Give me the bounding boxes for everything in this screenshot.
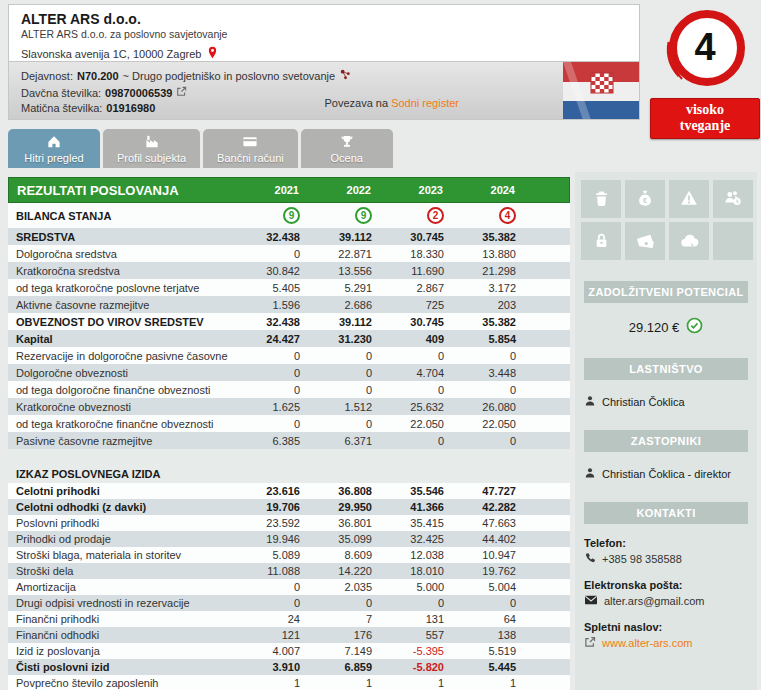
people-clock-button[interactable] [713,180,753,218]
table-row: Rezervacije in dolgoročne pasivne časovn… [8,347,570,364]
risk-level-badge: visoko tveganje [650,98,760,139]
row-value: 0 [374,384,446,396]
row-value: 32.438 [230,316,302,328]
money-bag-button[interactable]: € [625,180,665,218]
row-value: 5.519 [446,645,518,657]
activity-code-icon[interactable] [339,68,352,83]
year-column-header: 2024 [445,184,517,196]
row-value: 4.007 [230,645,302,657]
table-row: OBVEZNOST DO VIROV SREDSTEV32.43839.1123… [8,313,570,330]
table-row: Amortizacija02.0355.0005.004 [8,579,570,595]
row-value: 1.625 [230,401,302,413]
row-label: Celotni odhodki (z davki) [8,501,230,513]
row-value: 22.871 [302,248,374,260]
cloud-button[interactable] [669,222,709,260]
registration-number-label: Matična številka: [21,102,102,114]
table-title: REZULTATI POSLOVANJA [9,183,229,198]
row-value: 3.172 [446,282,518,294]
financial-results-table: REZULTATI POSLOVANJA 2021 2022 2023 2024… [8,177,570,690]
company-registry-bar: Dejavnost: N70.200 ~ Drugo podjetniško i… [9,61,639,119]
table-row: od tega kratkoročne finančne obveznosti0… [8,415,570,432]
row-value: 0 [446,597,518,609]
company-header-card: ALTER ARS d.o.o. ALTER ARS d.o.o. za pos… [8,4,640,120]
person-icon [584,467,596,481]
row-label: Izid iz poslovanja [8,645,230,657]
row-value: 203 [446,299,518,311]
risk-rating: 4 visoko tveganje [650,4,760,139]
registry-link-prefix: Povezava na [324,97,388,109]
trophy-icon [339,134,355,151]
row-value: 0 [302,384,374,396]
row-value: 31.230 [302,333,374,345]
year-column-header: 2023 [373,184,445,196]
row-label: Dolgoročna sredstva [8,248,230,260]
section-title: IZKAZ POSLOVNEGA IZIDA [8,463,570,483]
row-value: -5.395 [374,645,446,657]
representative-entry[interactable]: Christian Čoklica - direktor [584,467,757,481]
balance-score: 9 [355,207,372,224]
tab-hitri-pregled[interactable]: Hitri pregled [8,129,100,168]
row-value: 0 [230,367,302,379]
warning-button[interactable] [669,180,709,218]
row-value: 32.438 [230,231,302,243]
row-value: 47.663 [446,517,518,529]
trash-button[interactable] [581,180,621,218]
row-value: 2.686 [302,299,374,311]
table-row: Povprečno število zaposlenih1111 [8,675,570,690]
court-registry-link[interactable]: Sodni register [391,97,459,109]
year-column-header: 2021 [229,184,301,196]
row-value: 0 [230,597,302,609]
row-value: 0 [230,581,302,593]
row-value: 39.112 [302,316,374,328]
row-label: Aktivne časovne razmejitve [8,299,230,311]
table-row: Aktivne časovne razmejitve1.5962.6867252… [8,296,570,313]
phone-icon [584,552,596,566]
tab-label: Ocena [331,152,363,164]
row-value: 7 [302,613,374,625]
table-row: SREDSTVA32.43839.11230.74535.382 [8,228,570,245]
row-value: 10.947 [446,549,518,561]
row-label: Drugi odpisi vrednosti in rezervacije [8,597,230,609]
tab-profil-subjekta[interactable]: Profil subjekta [103,129,200,168]
owner-name: Christian Čoklica [602,396,685,408]
lock-button[interactable] [581,222,621,260]
person-icon [584,395,596,409]
tab-ocena[interactable]: Ocena [301,129,393,168]
owner-entry[interactable]: Christian Čoklica [584,395,757,409]
email-address[interactable]: alter.ars@gmail.com [604,595,704,607]
phone-number[interactable]: +385 98 358588 [602,553,682,565]
email-label: Elektronska pošta: [584,579,757,591]
email-icon [584,594,598,608]
row-value: 23.616 [230,485,302,497]
row-label: Finančni prihodki [8,613,230,625]
tab-bancni-racuni[interactable]: Bančni računi [203,129,298,168]
row-value: 557 [374,629,446,641]
banknotes-icon [636,231,655,252]
empty-grid-cell [713,222,753,260]
money-bag-icon: € [636,189,654,209]
row-value: 0 [230,248,302,260]
risk-score-circle: 4 [657,4,753,94]
external-link-icon[interactable] [176,86,187,99]
row-value: 8.609 [302,549,374,561]
row-value: 11.690 [374,265,446,277]
balance-score-row: BILANCA STANJA 9924 [8,203,570,228]
company-name: ALTER ARS d.o.o. [21,11,627,27]
row-value: 0 [302,367,374,379]
trash-icon [593,190,610,209]
row-value: 2.867 [374,282,446,294]
row-value: 36.808 [302,485,374,497]
table-row: Dolgoročna sredstva022.87118.33013.880 [8,245,570,262]
banknotes-button[interactable] [625,222,665,260]
company-description: ALTER ARS d.o.o. za poslovno savjetovanj… [21,28,627,40]
check-circle-icon [686,317,703,337]
row-value: 131 [374,613,446,625]
contacts-header: KONTAKTI [584,502,748,524]
row-value: 1.596 [230,299,302,311]
website-link[interactable]: www.alter-ars.com [602,637,692,649]
row-label: Stroški dela [8,565,230,577]
row-label: od tega kratkoročne poslovne terjatve [8,282,230,294]
row-value: 11.088 [230,565,302,577]
row-value: 409 [374,333,446,345]
location-pin-icon[interactable] [206,46,219,61]
